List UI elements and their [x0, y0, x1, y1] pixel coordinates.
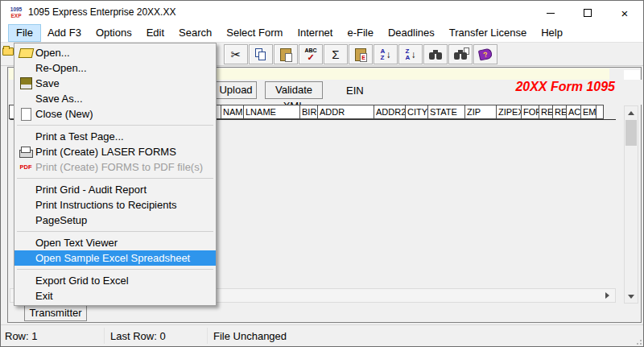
file-menu-item-label: Print Instructions to Recipients	[35, 199, 177, 211]
status-last-row: Last Row: 0	[110, 330, 166, 342]
vertical-scroll-thumb[interactable]	[625, 120, 637, 146]
scroll-right-button[interactable]	[601, 289, 613, 302]
file-menu-item-pagesetup[interactable]: PageSetup	[14, 213, 216, 228]
menubar-item-add-f3[interactable]: Add F3	[40, 25, 89, 41]
menu-icon-spacer	[16, 93, 35, 105]
grid-column-header-state: STATE	[427, 105, 465, 119]
sort-ascending-button[interactable]: AZ ↓	[374, 44, 398, 64]
menu-separator	[17, 125, 213, 126]
status-divider	[104, 328, 105, 344]
sigma-icon: Σ	[332, 48, 339, 60]
file-menu-item-print-grid-audit-report[interactable]: Print Grid - Audit Report	[14, 182, 216, 197]
grid-column-header-zipex: ZIPEX	[496, 105, 522, 119]
menu-icon-spacer	[16, 62, 35, 75]
menubar-item-edit[interactable]: Edit	[139, 25, 171, 41]
transmitter-tab[interactable]: Transmitter	[24, 305, 87, 321]
menu-icon-spacer	[16, 252, 35, 265]
title-bar: 1095 EXP 1095 Express Enterprise 20XX.XX…	[1, 1, 643, 25]
file-menu-item-export-grid-to-excel[interactable]: Export Grid to Excel	[14, 273, 216, 288]
menubar-item-e-file[interactable]: e-File	[340, 25, 381, 41]
app-window: 1095 EXP 1095 Express Enterprise 20XX.XX…	[0, 0, 644, 347]
file-menu-item-print-a-test-page[interactable]: Print a Test Page...	[14, 129, 216, 144]
grid-column-header-city: CITY	[405, 105, 428, 119]
scissors-icon: ✂	[231, 48, 242, 60]
grid-column-header-re: RE	[552, 105, 567, 119]
menubar-item-options[interactable]: Options	[89, 25, 139, 41]
copy-button[interactable]	[249, 44, 273, 64]
file-menu-item-label: Print (Create) FORMS to PDF file(s)	[35, 161, 203, 173]
maximize-icon	[584, 9, 592, 17]
menu-separator	[17, 231, 213, 232]
menubar-item-file[interactable]: File	[9, 25, 40, 41]
app-icon-text-bottom: EXP	[10, 13, 21, 19]
file-menu-item-open[interactable]: Open...	[14, 45, 216, 60]
file-menu-item-re-open[interactable]: Re-Open...	[14, 60, 216, 76]
grid-column-header-em: EM	[580, 105, 597, 119]
form-title: 20XX Form 1095	[411, 80, 615, 94]
file-menu-item-label: Open...	[35, 47, 70, 59]
menubar-item-transfer-license[interactable]: Transfer License	[442, 25, 534, 41]
menu-separator	[17, 178, 213, 179]
binoculars-icon	[429, 50, 442, 60]
close-button[interactable]: ×	[606, 1, 643, 25]
menu-icon-spacer	[16, 199, 35, 212]
file-menu: Open...Re-Open...SaveSave As...Close (Ne…	[14, 43, 217, 306]
sort-descending-button[interactable]: ZA ↓	[398, 44, 423, 64]
menubar-item-select-form[interactable]: Select Form	[219, 25, 290, 41]
folder-icon	[2, 48, 14, 56]
up-arrow-icon	[628, 111, 634, 115]
cut-button[interactable]: ✂	[224, 44, 248, 64]
menubar-item-search[interactable]: Search	[171, 25, 219, 41]
menubar-item-deadlines[interactable]: Deadlines	[381, 25, 442, 41]
file-menu-item-open-text-viewer[interactable]: Open Text Viewer	[14, 235, 216, 250]
open-toolbar-button[interactable]	[2, 48, 14, 56]
close-icon: ×	[621, 7, 629, 19]
help-button[interactable]: ?	[473, 44, 497, 64]
status-file-state: File Unchanged	[213, 330, 287, 342]
file-menu-item-label: Print Grid - Audit Report	[35, 184, 147, 196]
file-menu-item-print-create-forms-to-pdf-file-s[interactable]: PDFPrint (Create) FORMS to PDF file(s)	[14, 159, 216, 175]
new-document-icon	[16, 108, 35, 121]
scroll-up-button[interactable]	[625, 106, 638, 119]
paste-icon	[280, 48, 291, 61]
file-menu-item-label: Re-Open...	[35, 62, 87, 74]
autosum-button[interactable]: Σ	[324, 44, 348, 64]
file-menu-item-exit[interactable]: Exit	[14, 288, 216, 304]
find-button[interactable]	[423, 44, 448, 64]
file-menu-item-label: Open Sample Excel Spreadsheet	[35, 252, 190, 264]
menu-icon-spacer	[16, 275, 35, 287]
menubar-item-internet[interactable]: Internet	[290, 25, 340, 41]
copy-icon	[255, 48, 266, 60]
file-menu-item-label: Open Text Viewer	[35, 237, 118, 249]
menu-icon-spacer	[16, 130, 35, 143]
app-icon-text-top: 1095	[10, 6, 22, 12]
menu-icon-spacer	[16, 290, 35, 303]
menu-icon-spacer	[16, 237, 35, 250]
file-menu-item-print-create-laser-forms[interactable]: Print (Create) LASER FORMS	[14, 144, 216, 159]
scroll-down-button[interactable]	[625, 290, 638, 303]
spellcheck-button[interactable]: ABC ✓	[299, 44, 323, 64]
paste-special-button[interactable]: E	[349, 44, 373, 64]
maximize-button[interactable]	[569, 1, 606, 25]
sort-az-icon: AZ ↓	[381, 48, 391, 61]
vertical-scrollbar[interactable]	[624, 105, 638, 304]
file-menu-item-close-new[interactable]: Close (New)	[14, 106, 216, 122]
ein-label: EIN	[346, 85, 364, 97]
file-menu-item-print-instructions-to-recipients[interactable]: Print Instructions to Recipients	[14, 197, 216, 213]
file-menu-item-open-sample-excel-spreadsheet[interactable]: Open Sample Excel Spreadsheet	[14, 250, 216, 266]
file-menu-item-save-as[interactable]: Save As...	[14, 91, 216, 106]
find-in-document-button[interactable]	[448, 44, 473, 64]
validate-xml-button[interactable]: Validate XML	[265, 81, 323, 99]
paste-button[interactable]	[274, 44, 298, 64]
file-menu-item-label: Print a Test Page...	[35, 130, 124, 143]
file-menu-item-save[interactable]: Save	[14, 76, 216, 91]
menubar-item-help[interactable]: Help	[534, 25, 570, 41]
minimize-button[interactable]	[532, 1, 569, 25]
save-floppy-icon	[16, 77, 35, 90]
file-menu-item-label: Print (Create) LASER FORMS	[35, 146, 176, 158]
pdf-icon: PDF	[16, 161, 35, 174]
window-title: 1095 Express Enterprise 20XX.XX	[28, 6, 175, 18]
printer-icon	[16, 146, 35, 159]
resize-grip-icon[interactable]	[634, 337, 642, 345]
grid-column-header-for: FOR	[521, 105, 539, 119]
